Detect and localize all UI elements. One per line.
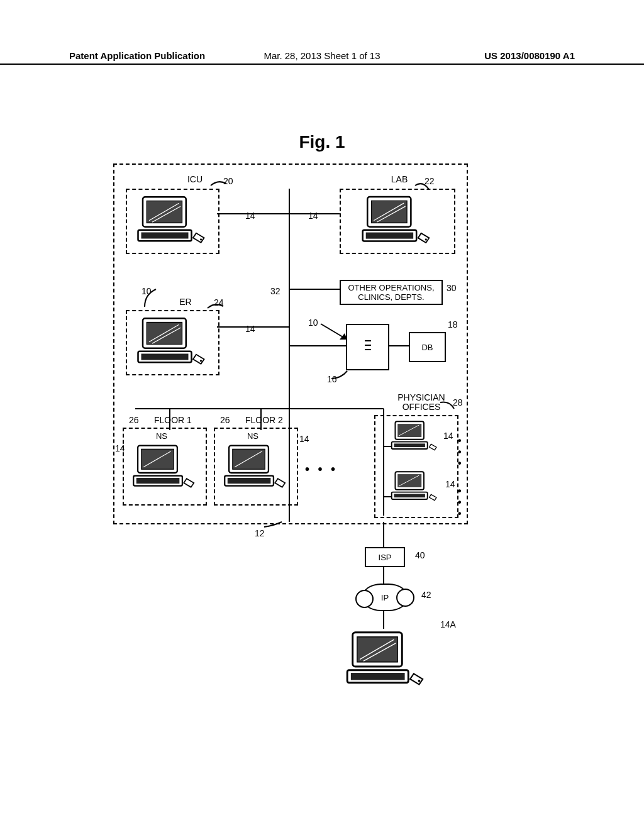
svg-rect-61 — [394, 494, 425, 497]
floor-ellipsis: • • • — [305, 462, 338, 477]
svg-point-68 — [418, 680, 421, 682]
ip-label: IP — [381, 593, 389, 602]
header-mid: Mar. 28, 2013 Sheet 1 of 13 — [238, 50, 406, 61]
computer-icon — [340, 629, 434, 692]
ref-28: 28 — [453, 397, 463, 407]
computer-icon — [220, 443, 292, 493]
er-box — [126, 310, 219, 375]
er-label: ER — [173, 297, 198, 307]
svg-rect-67 — [351, 673, 405, 680]
ref-40: 40 — [415, 550, 425, 560]
po-title: PHYSICIAN OFFICES — [390, 393, 453, 412]
lab-box — [340, 189, 455, 254]
floor2-box: NS — [214, 428, 298, 506]
ref-14-po1: 14 — [443, 431, 453, 441]
server-icon — [362, 338, 374, 357]
svg-rect-51 — [228, 478, 271, 484]
ref-10-right: 10 — [308, 318, 318, 328]
svg-point-24 — [200, 238, 202, 240]
ref-10-left: 10 — [142, 286, 152, 296]
ref-14A: 14A — [440, 619, 456, 629]
svg-point-38 — [200, 360, 202, 362]
svg-rect-23 — [142, 233, 189, 239]
lab-label: LAB — [384, 175, 415, 184]
ns2-label: NS — [234, 430, 272, 441]
ref-14-lab: 14 — [308, 211, 318, 221]
floor2-label: FLOOR 2 — [245, 415, 283, 425]
computer-icon — [133, 194, 212, 249]
ref-16: 16 — [327, 374, 337, 384]
ip-cloud: IP — [362, 584, 408, 611]
ref-26b: 26 — [220, 415, 230, 425]
ref-12: 12 — [255, 528, 265, 538]
computer-icon — [388, 470, 448, 504]
po-ellipsis2: • • • — [458, 485, 465, 519]
ref-14-f2: 14 — [299, 434, 309, 444]
computer-icon — [133, 315, 212, 370]
server-box — [346, 324, 389, 370]
svg-rect-56 — [394, 443, 425, 447]
page: Patent Application Publication Mar. 28, … — [0, 0, 644, 830]
svg-point-31 — [425, 238, 427, 240]
ref-24: 24 — [214, 297, 224, 307]
header: Patent Application Publication Mar. 28, … — [0, 50, 644, 65]
svg-rect-37 — [142, 354, 189, 360]
computer-icon — [388, 419, 448, 454]
ref-42: 42 — [421, 590, 431, 600]
po-ellipsis1: • • • — [458, 435, 465, 469]
diagram-stage: ICU 20 14 LAB 22 — [113, 163, 465, 698]
ref-14-po2: 14 — [445, 479, 455, 489]
svg-rect-30 — [366, 233, 413, 239]
ref-22: 22 — [425, 176, 435, 186]
ref-20: 20 — [223, 176, 233, 186]
floor1-label: FLOOR 1 — [154, 415, 192, 425]
ref-14-er: 14 — [245, 324, 255, 334]
ref-18: 18 — [448, 319, 458, 329]
db-box: DB — [409, 332, 446, 362]
ref-30: 30 — [447, 283, 457, 293]
ref-14-icu: 14 — [245, 211, 255, 221]
floor1-box: NS — [123, 428, 207, 506]
svg-rect-46 — [136, 478, 180, 484]
ref-32: 32 — [270, 286, 280, 296]
computer-icon — [350, 194, 445, 249]
ref-14-f1: 14 — [115, 443, 125, 453]
header-right: US 2013/0080190 A1 — [406, 50, 644, 61]
ns1-label: NS — [143, 430, 180, 441]
icu-label: ICU — [176, 175, 214, 184]
computer-icon — [129, 443, 201, 493]
figure-title: Fig. 1 — [0, 132, 644, 152]
isp-box: ISP — [365, 547, 405, 567]
other-ops-box: OTHER OPERATIONS, CLINICS, DEPTS. — [340, 280, 443, 305]
icu-box — [126, 189, 219, 254]
ref-26a: 26 — [129, 415, 139, 425]
header-left: Patent Application Publication — [0, 50, 238, 61]
